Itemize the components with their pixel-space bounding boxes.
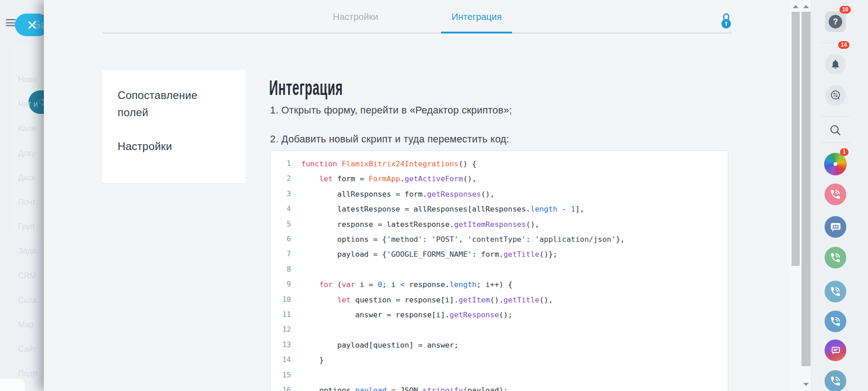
left-sidebar: Совм Би НовоЧат иКалеДокуДискПочтГрупЗад… xyxy=(0,0,44,391)
sidebar-menu-group: Совм xyxy=(13,43,44,239)
page-title: Интеграция xyxy=(269,75,343,100)
help-button[interactable]: ? xyxy=(825,11,846,32)
code-text xyxy=(291,322,306,337)
code-text: allResponses = form.getResponses(), xyxy=(291,187,494,202)
channel-telephony-blue[interactable] xyxy=(825,311,846,332)
inner-scroll-up-arrow[interactable] xyxy=(793,5,798,8)
notifications-badge: 14 xyxy=(838,41,849,49)
tab-settings[interactable]: Настройки xyxy=(330,0,381,33)
subnav-item-field-mapping[interactable]: Сопоставление полей xyxy=(118,87,230,121)
toolbar-divider xyxy=(821,116,850,117)
search-icon xyxy=(829,123,842,137)
sidebar-item[interactable]: Сайт xyxy=(18,344,44,354)
phone-icon xyxy=(830,286,841,297)
subnav-item-settings[interactable]: Настройки xyxy=(118,138,230,155)
phone-icon xyxy=(830,375,841,387)
slider-panel: Настройки Интеграция Сопоставление полей… xyxy=(44,0,791,391)
sidebar-item[interactable]: Скла xyxy=(18,296,44,305)
close-slider-button[interactable]: Би xyxy=(15,14,44,36)
code-text: let question = response[i].getItem().get… xyxy=(291,292,553,307)
tab-integration[interactable]: Интеграция xyxy=(449,0,504,33)
code-text xyxy=(291,262,306,277)
page-scrollbar-thumb[interactable] xyxy=(802,12,811,366)
code-line: 7 payload = {'GOOGLE_FORMS_NAME': form.g… xyxy=(270,247,728,262)
code-line: 13 payload[question] = answer; xyxy=(270,338,728,353)
sidebar-item[interactable]: Ново xyxy=(18,75,44,85)
lock-icon xyxy=(720,13,732,29)
code-line: 10 let question = response[i].getItem().… xyxy=(270,292,728,307)
code-line: 8 xyxy=(270,262,728,277)
channel-telephony-green[interactable] xyxy=(825,247,846,269)
notifications-button[interactable] xyxy=(825,54,846,75)
line-number: 9 xyxy=(270,277,291,292)
line-number: 1 xyxy=(270,156,291,171)
line-number: 13 xyxy=(270,338,291,353)
help-badge: 10 xyxy=(840,6,851,14)
line-number: 7 xyxy=(270,247,291,262)
sidebar-item[interactable]: CRM xyxy=(18,271,44,281)
code-line: 2 let form = FormApp.getActiveForm(), xyxy=(270,171,728,186)
code-line: 6 options = {'method': 'POST', 'contentT… xyxy=(270,232,728,247)
sidebar-item[interactable]: Подп xyxy=(18,369,44,378)
channel-group-chat[interactable] xyxy=(825,216,846,238)
inner-scrollbar[interactable] xyxy=(792,0,800,391)
messenger-button[interactable] xyxy=(825,85,846,106)
code-text: response = latestResponse.getItemRespons… xyxy=(291,217,540,232)
code-block: 1function FlamixBitrix24Integrations() {… xyxy=(270,151,728,391)
channel-telephony-pink[interactable] xyxy=(825,184,846,205)
code-text: payload = {'GOOGLE_FORMS_NAME': form.get… xyxy=(291,247,557,262)
code-text: options = {'method': 'POST', 'contentTyp… xyxy=(291,232,625,247)
code-text: } xyxy=(291,353,324,367)
phone-icon xyxy=(830,252,841,264)
code-line: 4 latestResponse = allResponses[allRespo… xyxy=(270,202,728,217)
line-number: 4 xyxy=(270,202,291,217)
code-line: 9 for (var i = 0; i < response.length; i… xyxy=(270,277,728,292)
code-text: let form = FormApp.getActiveForm(), xyxy=(291,171,476,186)
page-scroll-up-arrow[interactable] xyxy=(803,5,809,8)
tabbar: Настройки Интеграция xyxy=(44,0,791,33)
search-button[interactable] xyxy=(825,120,846,141)
channel-telephony-teal[interactable] xyxy=(825,370,846,391)
pinwheel-icon[interactable] xyxy=(824,153,847,175)
line-number: 3 xyxy=(270,187,291,202)
code-text: options.payload = JSON.stringify(payload… xyxy=(291,383,508,391)
sidebar-item[interactable]: Чат и xyxy=(18,99,44,109)
line-number: 5 xyxy=(270,217,291,232)
menu-toggle-icon[interactable] xyxy=(6,19,16,26)
sidebar-item[interactable]: Доку xyxy=(18,149,44,158)
channel-open-lines[interactable] xyxy=(825,339,846,361)
code-line: 11 answer = response[i].getResponse(); xyxy=(270,307,728,322)
sidebar-item[interactable]: Зада xyxy=(18,246,44,256)
page-scrollbar[interactable] xyxy=(802,0,811,391)
code-line: 14 } xyxy=(270,353,728,367)
sidebar-item[interactable]: Кале xyxy=(18,124,44,133)
sidebar-item[interactable]: Диск xyxy=(18,173,44,183)
sidebar-item[interactable]: Почт xyxy=(18,198,44,207)
sidebar-item[interactable]: Груп xyxy=(18,222,44,231)
code-text: for (var i = 0; i < response.length; i++… xyxy=(291,277,512,292)
code-line: 16 options.payload = JSON.stringify(payl… xyxy=(270,383,728,391)
right-toolbar: ? 10 14 1 xyxy=(811,0,868,391)
code-line: 15 xyxy=(270,368,728,383)
close-icon xyxy=(27,20,37,30)
channel-telephony-steel[interactable] xyxy=(825,281,846,302)
code-line: 12 xyxy=(270,322,728,337)
line-number: 2 xyxy=(270,171,291,186)
chat-exchange-icon xyxy=(829,89,842,102)
code-line: 3 allResponses = form.getResponses(), xyxy=(270,187,728,202)
line-number: 14 xyxy=(270,353,291,367)
line-number: 6 xyxy=(270,232,291,247)
phone-icon xyxy=(830,316,841,327)
code-text xyxy=(291,368,306,383)
line-number: 16 xyxy=(270,383,291,391)
page-scroll-down-arrow[interactable] xyxy=(803,383,809,386)
line-number: 8 xyxy=(270,262,291,277)
phone-icon xyxy=(830,188,841,200)
bottom-left-widget[interactable] xyxy=(0,379,25,391)
line-number: 15 xyxy=(270,368,291,383)
code-line: 1function FlamixBitrix24Integrations() { xyxy=(270,156,728,171)
instruction-step-1: 1. Открыть форму, перейти в «Редактор ск… xyxy=(270,104,512,116)
inner-scrollbar-thumb[interactable] xyxy=(792,12,800,266)
sidebar-item[interactable]: Мар xyxy=(18,320,44,330)
code-text: function FlamixBitrix24Integrations() { xyxy=(291,156,476,171)
